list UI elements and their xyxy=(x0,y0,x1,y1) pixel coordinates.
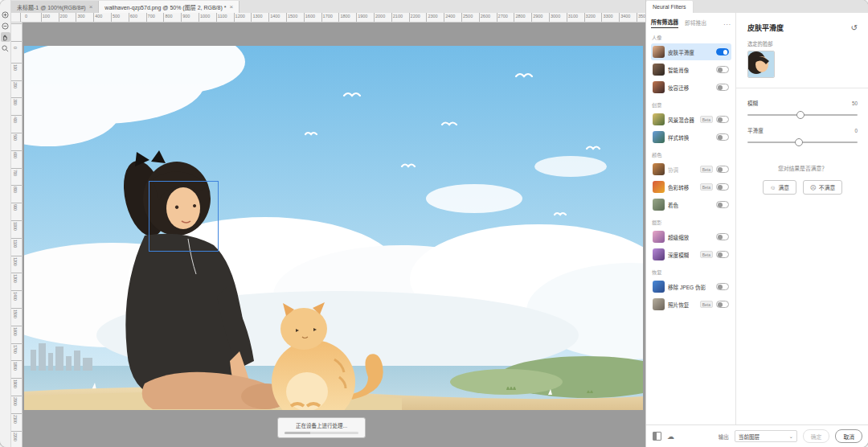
zoom-out-tool[interactable] xyxy=(1,21,10,31)
filter-item[interactable]: 样式转换 xyxy=(651,129,731,146)
close-icon[interactable]: × xyxy=(89,3,93,10)
doc-tab-untitled[interactable]: 未标题-1 @ 100%(RGB/8#) × xyxy=(11,1,99,13)
filter-toggle[interactable] xyxy=(716,48,729,55)
ruler-tick-label: 3400 xyxy=(620,14,630,18)
document-image xyxy=(24,46,643,410)
filter-section-title: 创意 xyxy=(652,101,731,109)
chevron-down-icon: ⌄ xyxy=(789,433,793,439)
filter-toggle[interactable] xyxy=(716,166,729,173)
zoom-in-tool[interactable] xyxy=(1,10,10,19)
satisfied-button[interactable]: ☺ 满意 xyxy=(763,180,796,195)
filter-toggle[interactable] xyxy=(716,66,729,73)
filter-item[interactable]: 风景混合器Beta xyxy=(651,111,731,128)
ruler-tick-label: 400 xyxy=(13,117,18,123)
ruler-tick-label: 1500 xyxy=(288,14,297,18)
ruler-tick-label: 1200 xyxy=(235,14,245,18)
filter-label: 风景混合器 xyxy=(668,116,694,124)
ruler-tick-label: 100 xyxy=(13,64,18,71)
filter-item[interactable]: 智能肖像 xyxy=(651,61,731,78)
filter-item[interactable]: 超级缩放 xyxy=(651,228,731,245)
ruler-tick-label: 800 xyxy=(13,187,18,193)
ruler-tick-label: 1800 xyxy=(340,14,350,18)
doc-tab-label: wallhaven-qzp57d.png @ 50% (图层 2, RGB/8)… xyxy=(104,3,226,11)
ruler-tick-label: 1600 xyxy=(13,327,18,335)
filter-item[interactable]: 着色 xyxy=(651,196,731,213)
tab-coming-soon[interactable]: 即将推出 xyxy=(685,18,706,28)
ruler-tick-label: 400 xyxy=(95,14,102,18)
slider-label: 模糊 xyxy=(747,99,758,107)
cancel-button[interactable]: 取消 xyxy=(835,429,862,443)
ruler-tick-label: 1200 xyxy=(13,257,18,265)
face-detection-box[interactable] xyxy=(149,181,219,252)
slider-thumb[interactable] xyxy=(796,111,805,119)
filter-item[interactable]: 照片恢复Beta xyxy=(651,296,731,313)
filter-thumbnail xyxy=(653,231,665,243)
ruler-tick-label: 600 xyxy=(13,152,18,158)
filter-label: 色彩转移 xyxy=(668,183,689,191)
photoshop-neural-filters-window: 未标题-1 @ 100%(RGB/8#) × wallhaven-qzp57d.… xyxy=(0,0,868,447)
canvas-area[interactable]: 正在设备上进行处理... xyxy=(23,23,645,447)
filter-list: 所有筛选器 即将推出 ... 人像皮肤平滑度智能肖像妆容迁移创意风景混合器Bet… xyxy=(646,13,736,424)
filter-toggle[interactable] xyxy=(716,283,729,290)
filter-label: 移除 JPEG 伪影 xyxy=(668,283,706,291)
filter-toggle[interactable] xyxy=(716,251,729,258)
filter-toggle[interactable] xyxy=(716,84,729,91)
zoom-out-icon xyxy=(2,23,9,30)
output-dropdown[interactable]: 当前图层 ⌄ xyxy=(735,430,797,442)
selected-face-thumbnail[interactable] xyxy=(747,51,775,78)
ruler-tick-label: 500 xyxy=(13,134,18,141)
cloud-processing-icon[interactable]: ☁ xyxy=(667,433,674,441)
ruler-tick-label: 900 xyxy=(182,14,190,18)
filter-item[interactable]: 深度模糊Beta xyxy=(651,246,731,263)
filter-item[interactable]: 妆容迁移 xyxy=(651,79,731,96)
filter-toggle[interactable] xyxy=(716,301,729,308)
preview-split-icon[interactable] xyxy=(653,432,661,441)
selected-face-label: 选定的脸部 xyxy=(747,40,858,47)
filter-thumbnail xyxy=(653,199,665,211)
more-menu-icon[interactable]: ... xyxy=(723,22,731,25)
doc-tab-wallhaven[interactable]: wallhaven-qzp57d.png @ 50% (图层 2, RGB/8)… xyxy=(99,1,240,13)
filter-toggle[interactable] xyxy=(716,183,729,191)
slider-value: 0 xyxy=(854,128,858,133)
filter-toggle[interactable] xyxy=(716,201,729,208)
filter-item[interactable]: 皮肤平滑度 xyxy=(651,43,731,60)
filter-item[interactable]: 色彩转移Beta xyxy=(651,178,731,195)
progress-bar xyxy=(285,432,358,434)
ruler-tick-label: 2200 xyxy=(411,14,420,18)
tab-all-filters[interactable]: 所有筛选器 xyxy=(651,18,678,28)
slider-track[interactable] xyxy=(747,114,858,116)
ok-button[interactable]: 确定 xyxy=(803,429,830,443)
filter-thumbnail xyxy=(653,131,665,143)
filter-label: 着色 xyxy=(668,201,678,209)
satisfied-label: 满意 xyxy=(778,183,789,191)
filter-toggle[interactable] xyxy=(716,133,729,141)
close-icon[interactable]: × xyxy=(229,3,233,10)
filter-thumbnail xyxy=(653,113,665,125)
ruler-tick-label: 100 xyxy=(43,14,50,18)
filter-toggle[interactable] xyxy=(716,116,729,123)
not-satisfied-button[interactable]: ☹ 不满意 xyxy=(803,180,842,195)
ruler-tick-label: 2900 xyxy=(533,14,542,18)
filter-label: 照片恢复 xyxy=(668,301,689,309)
slider-value: 50 xyxy=(852,100,858,106)
ruler-tick-label: 2200 xyxy=(13,433,18,441)
slider-track[interactable] xyxy=(747,141,858,143)
slider-thumb[interactable] xyxy=(795,138,803,146)
filter-label: 深度模糊 xyxy=(668,251,689,259)
hand-tool[interactable] xyxy=(1,32,10,42)
neural-filters-tab[interactable]: Neural Filters xyxy=(646,1,694,13)
ruler-tick-label: 1100 xyxy=(13,240,18,248)
ruler-tick-label: 200 xyxy=(60,14,68,18)
filter-toggle[interactable] xyxy=(716,233,729,240)
filter-item[interactable]: 协调Beta xyxy=(651,161,731,178)
ruler-tick-label: 300 xyxy=(77,14,84,18)
zoom-magnifier-tool[interactable] xyxy=(1,43,10,53)
ruler-tick-label: 900 xyxy=(13,204,18,211)
magnifier-icon xyxy=(2,45,9,52)
filter-item[interactable]: 移除 JPEG 伪影 xyxy=(651,278,731,295)
reset-icon[interactable]: ↺ xyxy=(851,23,858,32)
filter-section-title: 摄影 xyxy=(652,219,731,226)
processing-text: 正在设备上进行处理... xyxy=(296,421,347,429)
ruler-tick-label: 2600 xyxy=(481,14,490,18)
filter-sections: 人像皮肤平滑度智能肖像妆容迁移创意风景混合器Beta样式转换颜色协调Beta色彩… xyxy=(651,34,731,313)
